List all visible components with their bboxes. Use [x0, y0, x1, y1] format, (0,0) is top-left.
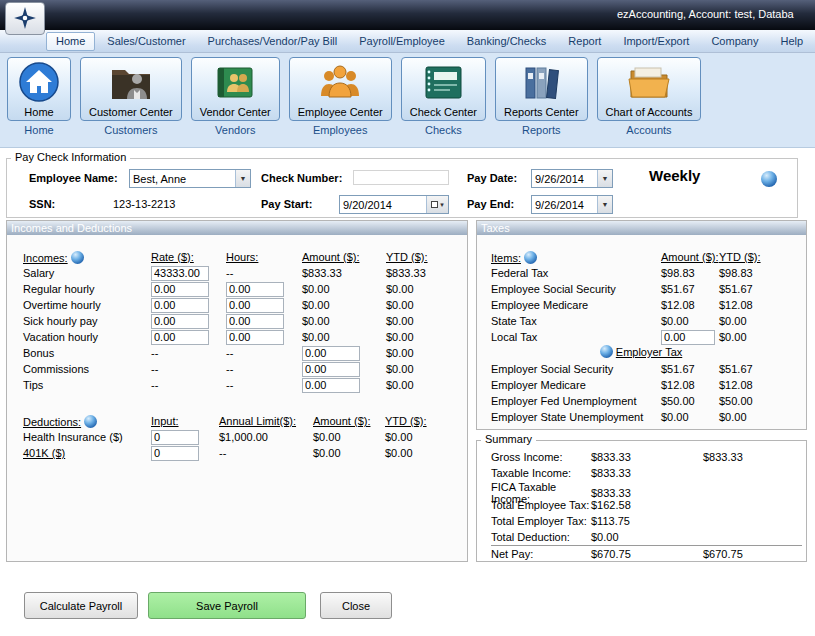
overtime-hourly-hours-input[interactable] [226, 298, 284, 313]
vendor-center-button[interactable]: Vendor Center [191, 57, 280, 121]
income-label: Vacation hourly [23, 331, 151, 343]
check-number-input[interactable] [353, 170, 449, 185]
chevron-down-icon[interactable]: ▼ [235, 170, 250, 187]
employee-name-select[interactable]: Best, Anne ▼ [129, 169, 251, 188]
summary-row-taxable-income: Taxable Income: $833.33 [491, 465, 802, 481]
help-globe-icon[interactable] [71, 251, 84, 264]
income-amount: $0.00 [302, 299, 386, 311]
vacation-hourly-hours-input[interactable] [226, 330, 284, 345]
pay-start-datepicker[interactable]: 9/20/2014 ▾ [339, 195, 449, 214]
menu-item-home[interactable]: Home [46, 32, 95, 51]
commissions-amount-input[interactable] [302, 362, 360, 377]
checks-link[interactable]: Checks [425, 124, 462, 136]
home-icon [16, 61, 62, 105]
taxes-panel: Taxes Items: Amount ($): YTD ($): Federa… [476, 220, 807, 430]
calculate-payroll-button[interactable]: Calculate Payroll [24, 592, 138, 619]
income-label: Commissions [23, 363, 151, 375]
reports-link[interactable]: Reports [522, 124, 561, 136]
employee-center-button[interactable]: Employee Center [289, 57, 392, 121]
menu-item-help[interactable]: Help [770, 32, 813, 51]
local-tax-input[interactable] [661, 330, 715, 345]
menu-item-banking-checks[interactable]: Banking/Checks [457, 32, 557, 51]
pay-date-select[interactable]: 9/26/2014 ▼ [531, 169, 613, 188]
deduction-ytd: $0.00 [385, 447, 463, 459]
home-link[interactable]: Home [24, 124, 53, 136]
customer-center-button[interactable]: Customer Center [80, 57, 182, 121]
save-payroll-button[interactable]: Save Payroll [148, 592, 306, 619]
tax-row-employer-state-unemployment: Employer State Unemployment $0.00 $0.00 [491, 409, 802, 425]
tax-amount: $0.00 [661, 411, 719, 423]
menu-item-payroll-employee[interactable]: Payroll/Employee [349, 32, 455, 51]
tax-amount: $51.67 [661, 283, 719, 295]
summary-label: Gross Income: [491, 451, 591, 463]
summary-ytd: $833.33 [703, 451, 802, 463]
menu-item-import-export[interactable]: Import/Export [613, 32, 699, 51]
health-insurance-input[interactable] [151, 430, 199, 445]
vacation-hourly-rate-input[interactable] [151, 330, 209, 345]
input-col-header: Input: [151, 415, 219, 427]
k401-input[interactable] [151, 446, 199, 461]
sick-hourly-hours-input[interactable] [226, 314, 284, 329]
check-center-caption: Check Center [410, 106, 477, 118]
summary-label: Total Employee Tax: [491, 499, 591, 511]
reports-center-button[interactable]: Reports Center [495, 57, 588, 121]
summary-group: Summary Gross Income: $833.33 $833.33 Ta… [476, 440, 807, 562]
tax-row-employer-fed-unemployment: Employer Fed Unemployment $50.00 $50.00 [491, 393, 802, 409]
chart-of-accounts-button[interactable]: Chart of Accounts [597, 57, 702, 121]
pay-end-label: Pay End: [467, 198, 514, 210]
chevron-down-icon[interactable]: ▼ [597, 170, 612, 187]
home-button[interactable]: Home [7, 57, 71, 121]
deduction-label: Health Insurance ($) [23, 431, 151, 443]
deduction-ytd: $0.00 [385, 431, 463, 443]
overtime-hourly-rate-input[interactable] [151, 298, 209, 313]
help-globe-icon[interactable] [761, 171, 777, 187]
regular-hourly-rate-input[interactable] [151, 282, 209, 297]
help-globe-icon[interactable] [524, 251, 537, 264]
incomes-deductions-header: Incomes and Deductions [7, 221, 467, 235]
tax-ytd: $12.08 [719, 299, 802, 311]
bonus-amount-input[interactable] [302, 346, 360, 361]
customers-link[interactable]: Customers [104, 124, 157, 136]
vendors-link[interactable]: Vendors [215, 124, 255, 136]
help-globe-icon[interactable] [600, 345, 613, 358]
tips-amount-input[interactable] [302, 378, 360, 393]
chevron-down-icon[interactable]: ▼ [597, 196, 612, 213]
check-center-icon [420, 61, 466, 105]
deduction-amount: $0.00 [313, 447, 385, 459]
menu-item-report[interactable]: Report [558, 32, 611, 51]
help-globe-icon[interactable] [84, 415, 97, 428]
menu-item-company[interactable]: Company [701, 32, 768, 51]
check-center-button[interactable]: Check Center [401, 57, 486, 121]
tax-ytd: $0.00 [719, 331, 802, 343]
tax-label: Federal Tax [491, 267, 661, 279]
toolbar-customer-center: Customer Center Customers [80, 57, 182, 136]
taxes-header: Taxes [477, 221, 806, 235]
accounts-link[interactable]: Accounts [626, 124, 671, 136]
taxes-header-row: Items: Amount ($): YTD ($): [491, 249, 802, 265]
employees-link[interactable]: Employees [313, 124, 367, 136]
employee-name-label: Employee Name: [29, 172, 118, 184]
pay-start-value: 9/20/2014 [340, 199, 426, 211]
pay-end-select[interactable]: 9/26/2014 ▼ [531, 195, 613, 214]
summary-amount: $833.33 [591, 487, 703, 499]
tax-ytd: $0.00 [719, 411, 802, 423]
income-label: Salary [23, 267, 151, 279]
deductions-header-row: Deductions: Input: Annual Limit($): Amou… [23, 413, 463, 429]
summary-row-fica-taxable-income: FICA Taxable Income: $833.33 [491, 481, 802, 497]
income-ytd: $0.00 [386, 363, 463, 375]
taxes-table: Items: Amount ($): YTD ($): Federal Tax … [491, 249, 802, 425]
tax-amount: $98.83 [661, 267, 719, 279]
income-rate: -- [151, 379, 226, 391]
regular-hourly-hours-input[interactable] [226, 282, 284, 297]
ssn-label: SSN: [29, 198, 55, 210]
menu-item-sales-customer[interactable]: Sales/Customer [97, 32, 195, 51]
close-button[interactable]: Close [320, 592, 392, 619]
calendar-dropdown-icon[interactable]: ▾ [426, 196, 448, 213]
vendor-center-caption: Vendor Center [200, 106, 271, 118]
summary-title: Summary [481, 433, 536, 445]
income-row-regular-hourly: Regular hourly $0.00 $0.00 [23, 281, 463, 297]
menu-item-purchases-vendor[interactable]: Purchases/Vendor/Pay Bill [198, 32, 348, 51]
salary-rate-input[interactable] [151, 266, 209, 281]
sick-hourly-rate-input[interactable] [151, 314, 209, 329]
app-menu-button[interactable] [5, 2, 45, 35]
